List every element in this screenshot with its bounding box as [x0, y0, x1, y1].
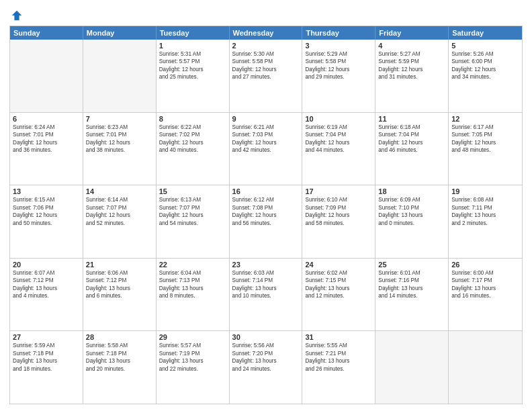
cell-info-line: Sunset: 7:08 PM [232, 204, 300, 212]
calendar-cell-15: 15Sunrise: 6:13 AMSunset: 7:07 PMDayligh… [157, 185, 230, 258]
calendar-cell-19: 19Sunrise: 6:08 AMSunset: 7:11 PMDayligh… [449, 185, 522, 258]
calendar-cell-22: 22Sunrise: 6:04 AMSunset: 7:13 PMDayligh… [157, 259, 230, 331]
cell-info-line: and 34 minutes. [451, 73, 519, 81]
page-container: SundayMondayTuesdayWednesdayThursdayFrid… [0, 0, 532, 411]
calendar-row-1: 6Sunrise: 6:24 AMSunset: 7:01 PMDaylight… [10, 112, 522, 185]
cell-info-line: Sunset: 7:04 PM [305, 131, 372, 138]
cell-info-line: and 42 minutes. [232, 146, 300, 154]
cell-info-line: and 54 minutes. [159, 220, 226, 227]
cell-info-line: Sunrise: 6:24 AM [13, 124, 80, 131]
header-day-thursday: Thursday [302, 26, 375, 40]
cell-info-line: Daylight: 13 hours [378, 212, 445, 219]
day-number: 11 [378, 115, 445, 123]
cell-info-line: Sunrise: 6:10 AM [305, 196, 372, 203]
cell-info-line: Sunset: 5:57 PM [159, 58, 226, 65]
day-number: 3 [305, 42, 372, 50]
calendar-cell-23: 23Sunrise: 6:03 AMSunset: 7:14 PMDayligh… [230, 259, 303, 331]
calendar-cell-26: 26Sunrise: 6:00 AMSunset: 7:17 PMDayligh… [449, 259, 522, 331]
day-number: 24 [305, 261, 372, 269]
calendar-cell-27: 27Sunrise: 5:59 AMSunset: 7:18 PMDayligh… [10, 331, 83, 404]
cell-info-line: Daylight: 12 hours [13, 212, 80, 219]
cell-info-line: Sunrise: 5:56 AM [232, 342, 300, 349]
cell-info-line: Sunrise: 6:21 AM [232, 124, 300, 131]
cell-info-line: Sunset: 7:07 PM [159, 204, 226, 212]
header-day-monday: Monday [83, 26, 157, 40]
calendar-cell-10: 10Sunrise: 6:19 AMSunset: 7:04 PMDayligh… [302, 113, 375, 185]
cell-info-line: and 31 minutes. [378, 73, 445, 81]
day-number: 23 [232, 261, 300, 269]
day-number: 26 [451, 261, 519, 269]
cell-info-line: Sunset: 7:12 PM [13, 277, 80, 284]
cell-info-line: Sunset: 7:15 PM [305, 277, 372, 284]
day-number: 9 [232, 115, 300, 123]
calendar-row-3: 20Sunrise: 6:07 AMSunset: 7:12 PMDayligh… [10, 258, 522, 331]
cell-info-line: Daylight: 12 hours [13, 139, 80, 146]
cell-info-line: Daylight: 13 hours [232, 285, 300, 292]
cell-info-line: Sunrise: 5:58 AM [86, 342, 153, 349]
calendar-cell-2: 2Sunrise: 5:30 AMSunset: 5:58 PMDaylight… [230, 40, 303, 112]
cell-info-line: Daylight: 13 hours [13, 357, 80, 365]
cell-info-line: Sunrise: 6:13 AM [159, 196, 226, 203]
cell-info-line: Sunrise: 6:15 AM [13, 196, 80, 203]
day-number: 28 [86, 333, 153, 341]
day-number: 16 [232, 187, 300, 195]
day-number: 2 [232, 42, 300, 50]
calendar-header: SundayMondayTuesdayWednesdayThursdayFrid… [10, 26, 522, 40]
calendar-cell-20: 20Sunrise: 6:07 AMSunset: 7:12 PMDayligh… [10, 259, 83, 331]
cell-info-line: Daylight: 12 hours [305, 139, 372, 146]
cell-info-line: Sunset: 7:13 PM [159, 277, 226, 284]
cell-info-line: Sunrise: 6:06 AM [86, 269, 153, 277]
cell-info-line: Sunset: 7:20 PM [232, 350, 300, 357]
day-number: 12 [451, 115, 519, 123]
cell-info-line: Sunrise: 6:08 AM [451, 196, 519, 203]
cell-info-line: Sunset: 7:01 PM [86, 131, 153, 138]
calendar-cell-empty [83, 40, 157, 112]
cell-info-line: Sunset: 7:04 PM [378, 131, 445, 138]
day-number: 17 [305, 187, 372, 195]
cell-info-line: Sunrise: 6:04 AM [159, 269, 226, 277]
cell-info-line: and 4 minutes. [13, 292, 80, 300]
day-number: 25 [378, 261, 445, 269]
cell-info-line: Sunrise: 6:03 AM [232, 269, 300, 277]
cell-info-line: Sunrise: 6:12 AM [232, 196, 300, 203]
calendar-cell-1: 1Sunrise: 5:31 AMSunset: 5:57 PMDaylight… [157, 40, 230, 112]
cell-info-line: Daylight: 12 hours [159, 212, 226, 219]
cell-info-line: and 22 minutes. [159, 365, 226, 373]
cell-info-line: Sunrise: 6:09 AM [378, 196, 445, 203]
cell-info-line: Daylight: 12 hours [232, 212, 300, 219]
cell-info-line: Sunset: 7:05 PM [451, 131, 519, 138]
cell-info-line: Daylight: 12 hours [232, 139, 300, 146]
cell-info-line: Daylight: 12 hours [232, 66, 300, 73]
calendar-cell-8: 8Sunrise: 6:22 AMSunset: 7:02 PMDaylight… [157, 113, 230, 185]
cell-info-line: Sunrise: 6:17 AM [451, 124, 519, 131]
calendar-cell-6: 6Sunrise: 6:24 AMSunset: 7:01 PMDaylight… [10, 113, 83, 185]
logo-icon [11, 9, 23, 21]
day-number: 1 [159, 42, 226, 50]
calendar-cell-5: 5Sunrise: 5:26 AMSunset: 6:00 PMDaylight… [449, 40, 522, 112]
cell-info-line: and 0 minutes. [378, 220, 445, 227]
cell-info-line: Sunset: 7:09 PM [305, 204, 372, 212]
cell-info-line: Sunrise: 6:14 AM [86, 196, 153, 203]
calendar-cell-25: 25Sunrise: 6:01 AMSunset: 7:16 PMDayligh… [375, 259, 449, 331]
cell-info-line: Sunrise: 6:07 AM [13, 269, 80, 277]
cell-info-line: Daylight: 13 hours [86, 285, 153, 292]
header-day-wednesday: Wednesday [230, 26, 303, 40]
cell-info-line: and 8 minutes. [159, 292, 226, 300]
cell-info-line: Daylight: 13 hours [86, 357, 153, 365]
cell-info-line: Sunset: 7:01 PM [13, 131, 80, 138]
cell-info-line: Daylight: 12 hours [378, 139, 445, 146]
cell-info-line: Sunset: 5:58 PM [305, 58, 372, 65]
calendar-cell-empty [449, 331, 522, 404]
calendar-cell-31: 31Sunrise: 5:55 AMSunset: 7:21 PMDayligh… [302, 331, 375, 404]
cell-info-line: Sunset: 7:19 PM [159, 350, 226, 357]
calendar-body: 1Sunrise: 5:31 AMSunset: 5:57 PMDaylight… [10, 40, 522, 404]
day-number: 5 [451, 42, 519, 50]
cell-info-line: Sunset: 7:14 PM [232, 277, 300, 284]
calendar-cell-21: 21Sunrise: 6:06 AMSunset: 7:12 PMDayligh… [83, 259, 157, 331]
cell-info-line: Sunset: 7:12 PM [86, 277, 153, 284]
day-number: 15 [159, 187, 226, 195]
cell-info-line: and 20 minutes. [86, 365, 153, 373]
header-day-saturday: Saturday [449, 26, 522, 40]
cell-info-line: and 58 minutes. [305, 220, 372, 227]
cell-info-line: Sunrise: 6:18 AM [378, 124, 445, 131]
